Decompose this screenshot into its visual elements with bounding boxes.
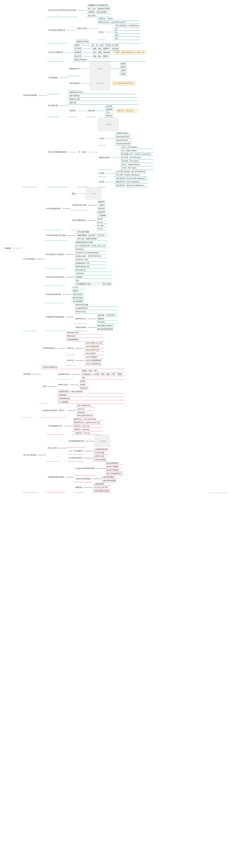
leaf: 主从延时处理系列	[67, 455, 84, 461]
leaf: 引擎层	[119, 69, 127, 72]
leaf: 聚簇索引	[97, 200, 106, 204]
leaf: Redundant行格式	[114, 135, 132, 138]
leaf: 数据字典监控分析	[74, 265, 107, 268]
s06-n05: 05-存储引擎 查看引擎类型 修改默认引擎 表的引擎 引擎对比 存储引擎	[47, 94, 154, 117]
s07-n02-title[interactable]: 02-索引的创建与设计原则	[44, 230, 67, 241]
leaf: 事务的状态	[65, 334, 104, 338]
leaf: 采取修改执行计划	[74, 261, 107, 265]
replication-image: 主从架构图	[94, 435, 110, 447]
leaf: sql_mode	[87, 14, 111, 17]
leaf: AVL树	[96, 217, 107, 221]
leaf: undo日志	[76, 407, 94, 411]
leaf: 集群优化方法	[74, 313, 87, 324]
leaf: 查看SQL执行计划	[68, 91, 136, 94]
s06-n05-title[interactable]: 05-存储引擎	[47, 94, 59, 117]
leaf: 配置文件目录：/usr/share/mysql-8.0	[97, 21, 140, 24]
leaf: 页头（Page Header）	[120, 149, 154, 152]
leaf: 文件头（File Header）	[120, 146, 154, 149]
leaf: SQL语句执行	[71, 293, 85, 296]
section-06-title[interactable]: 06-MySQL架构篇	[22, 3, 38, 187]
s07-n04-title[interactable]: 04-索引优化与查询优化	[44, 268, 65, 286]
s08-n04-title[interactable]: 04-多版本并发控制（MVCC）	[41, 404, 67, 417]
leaf: redo日志缓冲/文件	[84, 348, 104, 352]
leaf: 用户记录（User Records）	[120, 156, 154, 159]
s06-n02: 02-MySQL的数据目录 主要目录结构 程序命令：/usr/bin 配置文件目…	[47, 17, 154, 43]
leaf: 优化数据库结构	[74, 307, 118, 310]
leaf: 表级锁（表锁、MDL）	[80, 369, 125, 373]
mindmap-root-container: mysql 06-MySQL架构篇 01-Linux环境下MySQL的安装与使用…	[2, 3, 229, 493]
s06-n02-title[interactable]: 02-MySQL的数据目录	[47, 17, 67, 43]
leaf: undo 区慢量级	[84, 355, 103, 359]
leaf: 权限管理	[73, 51, 83, 54]
s09-n03-title[interactable]: 03-数据库备份与恢复	[46, 461, 65, 493]
callout: 为什么查询缓存命中率低？	[112, 81, 136, 85]
leaf: 慢查询日志（slow query log）	[72, 417, 102, 421]
s07-n01-title[interactable]: 01-索引的数据结构	[44, 187, 62, 230]
root-node[interactable]: mysql	[2, 245, 13, 251]
root-column: mysql	[2, 3, 13, 493]
leaf: 权限表	[73, 43, 81, 47]
s07-n06-title[interactable]: 06-数据库其他调优策略	[44, 303, 65, 331]
page-struct-img: 页结构图	[98, 117, 119, 131]
section-08-title[interactable]: 08-事务篇	[22, 331, 32, 417]
leaf: 悲观锁	[78, 379, 89, 383]
leaf: redo日志视图重构慢	[84, 359, 103, 362]
leaf: 调优MySQL参数	[74, 303, 118, 307]
leaf: 二级索引	[97, 204, 106, 207]
leaf: 临时表空间（Temporary Tablespace）	[114, 184, 148, 187]
leaf: 一主一从常规配置	[67, 447, 84, 455]
leaf: 行格式	[98, 132, 106, 146]
leaf: 行级锁调试信息	[57, 397, 125, 400]
section-07-title[interactable]: 07-索引调优篇	[22, 187, 36, 331]
leaf: 数据迁移	[74, 482, 84, 493]
leaf: redo日志类型	[84, 352, 104, 355]
s08-n03-title[interactable]: 03-锁	[41, 369, 48, 404]
leaf: 其他	[74, 279, 112, 282]
level-1-column: 06-MySQL架构篇 01-Linux环境下MySQL的安装与使用 卸载删除C…	[22, 3, 154, 493]
leaf: 子查询优化	[74, 272, 112, 275]
s09-n01-title[interactable]: 01-其他数据库日志	[46, 417, 64, 435]
leaf: undo日志	[65, 355, 75, 366]
leaf: 页锁	[80, 376, 125, 379]
leaf: Compressed行格式	[114, 142, 132, 146]
leaf: 中继日志（relay log）	[72, 428, 102, 431]
leaf: 表的引擎	[68, 101, 138, 104]
arch-image: 架构图	[90, 62, 110, 76]
leaf: 索引失效分析	[74, 268, 112, 272]
leaf: 碎片空间（System Tablespace）	[114, 173, 147, 177]
leaf: 区分度	[71, 286, 85, 289]
s07-n02: 02-索引的创建与设计原则 索引创建与删除 创建普通/唯一/全文索引（字符长度）…	[44, 230, 118, 241]
section-06: 06-MySQL架构篇 01-Linux环境下MySQL的安装与使用 卸载删除C…	[22, 3, 154, 187]
section-09-title[interactable]: 09-日志与备份篇	[22, 417, 38, 493]
callout: 开发时，数据库的账号分级？如何分级	[113, 50, 145, 55]
s06-n01-title[interactable]: 01-Linux环境下MySQL的安装与使用	[47, 3, 78, 17]
leaf: 创建普通/唯一/全文索引（字符长度）	[76, 234, 107, 237]
s07-n05-title[interactable]: 05-MySQL高级特性	[44, 286, 63, 303]
s07-n06: 06-数据库其他调优策略 调优MySQL参数 优化数据库结构 硬件设计优化 集群…	[44, 303, 118, 331]
leaf: 没个区碎片区组成，每个区中固定64页	[114, 170, 147, 173]
leaf: mysqldump逻辑备份数据	[74, 461, 96, 475]
s08-n02-title[interactable]: 02-MySQL事务日志	[41, 366, 125, 369]
leaf: 注意数据类型	[93, 482, 111, 486]
leaf: 硬件设计优化	[74, 310, 118, 313]
s07-n03-title[interactable]: 03-性能分析工具的使用	[44, 241, 65, 268]
leaf: 从库并行复制	[93, 455, 107, 458]
s06-n06-title[interactable]: 06-InnoDB数据存储结构	[47, 117, 68, 187]
s08-n04: 04-多版本并发控制（MVCC） MVCC依赖的字段 undo日志 ReadVi…	[41, 404, 125, 417]
leaf: Memory	[105, 114, 114, 117]
s06-n03-title[interactable]: 03-用户与权限管理	[47, 43, 64, 61]
leaf: 页（Page）	[77, 117, 89, 187]
leaf: 备份单个数据表	[105, 468, 123, 472]
leaf: 优化查找顺序	[71, 300, 85, 303]
s08-n01-title[interactable]: 01-事务基础知识	[41, 331, 57, 366]
s09-n02-title[interactable]: 02-主从复制	[46, 435, 59, 461]
sql-flow-image: 查询流程图	[90, 76, 110, 90]
leaf: frm	[113, 27, 140, 31]
leaf: 服务器硬件优化提升	[96, 324, 114, 328]
s06-n04-title[interactable]: 04-逻辑架构	[47, 61, 59, 94]
leaf: ReadView	[76, 411, 94, 414]
s06-n06: 06-InnoDB数据存储结构 页（Page） 页结构图 行格式	[47, 117, 154, 187]
leaf: 其他优化策略	[74, 324, 87, 331]
leaf: ibd	[113, 31, 140, 34]
leaf: Dynamic行格式	[114, 138, 132, 142]
